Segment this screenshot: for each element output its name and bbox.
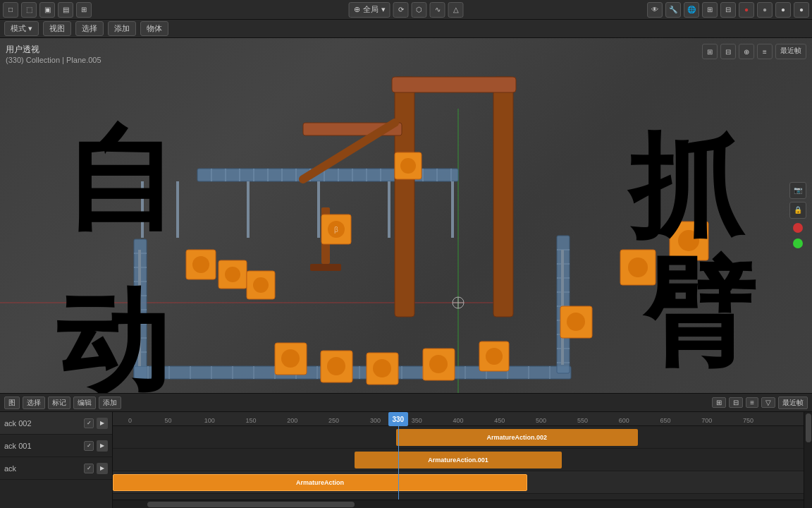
select-filter-icon[interactable]: ⊞ [712, 397, 726, 408]
svg-rect-73 [392, 77, 516, 92]
toolbar-shade2-icon[interactable]: ● [757, 2, 773, 18]
toolbar-world-icon[interactable]: 🌐 [684, 2, 699, 18]
action-block-ack002[interactable]: ArmatureAction.002 ArmatureAction.002 [396, 429, 638, 446]
ruler-mark-400: 400 [453, 417, 463, 424]
track-icon-ack002: ▶ [97, 418, 108, 429]
toolbar-triangle-icon[interactable]: △ [448, 2, 464, 18]
svg-point-82 [400, 158, 416, 174]
ruler-mark-750: 750 [743, 417, 753, 424]
timeline-graph-btn[interactable]: 图 [4, 397, 20, 409]
toolbar-xray-icon[interactable]: ⊟ [720, 2, 736, 18]
camera-btn[interactable]: 📷 [789, 182, 806, 199]
timeline-right-controls: ⊞ ⊟ ≡ ▽ 最近帧 [712, 397, 808, 409]
timeline-tracks[interactable]: ArmatureAction.002 ArmatureAction.002 Ar… [113, 426, 804, 500]
view-menu[interactable]: 视图 [43, 21, 71, 36]
timeline-edit-btn[interactable]: 编辑 [73, 397, 96, 409]
ruler-mark-300: 300 [370, 417, 381, 424]
ruler-mark-550: 550 [577, 417, 588, 424]
track-name-ack002: ack 002 [4, 419, 81, 428]
view-scope-icon: ⊕ [354, 5, 360, 14]
action-block-ack001[interactable]: ArmatureAction.001 ArmatureAction.001 [355, 452, 562, 468]
svg-point-92 [327, 357, 345, 375]
settings-icon[interactable]: ⊟ [729, 397, 743, 408]
svg-text:β: β [334, 226, 338, 234]
track-visibility-ack002[interactable]: ✓ [84, 418, 94, 428]
add-menu[interactable]: 添加 [108, 21, 136, 36]
ruler-mark-0: 0 [128, 417, 132, 424]
view-scope-label: 全局 [363, 4, 379, 15]
timeline-toolbar: 图 选择 标记 编辑 添加 ⊞ ⊟ ≡ ▽ 最近帧 [0, 394, 812, 412]
mode-toolbar: 模式 ▾ 视图 选择 添加 物体 [0, 20, 812, 38]
toolbar-icon-1[interactable]: □ [3, 2, 18, 18]
svg-rect-63 [141, 181, 144, 238]
svg-point-90 [281, 349, 300, 368]
object-menu[interactable]: 物体 [140, 21, 168, 36]
toolbar-icon-2[interactable]: ⬚ [21, 2, 37, 18]
nearest-btn[interactable]: 最近帧 [778, 397, 808, 409]
svg-rect-65 [247, 181, 250, 238]
track-row-ack002: ack 002 ✓ ▶ [0, 412, 112, 435]
track-lane-ack[interactable]: ArmatureAction [113, 471, 804, 494]
timeline-content[interactable]: 0 50 100 150 200 250 300 330 350 400 450… [113, 412, 804, 508]
view-scope-dropdown[interactable]: ⊕ 全局 ▾ [349, 2, 390, 18]
svg-point-96 [429, 355, 448, 373]
svg-rect-69 [138, 250, 141, 366]
toolbar-link-icon[interactable]: ⟳ [393, 2, 409, 18]
toolbar-wave-icon[interactable]: ∿ [430, 2, 445, 18]
track-lane-ack002[interactable]: ArmatureAction.002 ArmatureAction.002 [113, 426, 804, 449]
timeline-marker-btn[interactable]: 标记 [48, 397, 70, 409]
track-names-panel: ack 002 ✓ ▶ ack 001 ✓ ▶ ack ✓ ▶ [0, 412, 113, 508]
action-label-ack: ArmatureAction [296, 479, 344, 486]
toolbar-icon-3[interactable]: ▣ [39, 2, 55, 18]
svg-point-98 [486, 348, 503, 365]
viewport-select-icon[interactable]: ⊞ [702, 44, 718, 59]
lock-btn[interactable]: 🔒 [789, 202, 806, 219]
v-scrollbar[interactable] [804, 412, 812, 508]
toolbar-shade3-icon[interactable]: ● [775, 2, 791, 18]
dot-green [793, 238, 803, 248]
svg-rect-71 [395, 77, 414, 317]
view-scope-chevron: ▾ [381, 5, 386, 14]
ruler-mark-100: 100 [204, 417, 215, 424]
h-scrollbar-thumb[interactable] [147, 502, 355, 507]
track-row-ack001: ack 001 ✓ ▶ [0, 435, 112, 457]
toolbar-sync-icon[interactable]: ⬡ [412, 2, 427, 18]
filter-icon[interactable]: ▽ [761, 397, 775, 408]
toolbar-shade4-icon[interactable]: ● [794, 2, 809, 18]
v-scrollbar-thumb[interactable] [806, 413, 811, 442]
overlay-icon[interactable]: ≡ [746, 397, 758, 408]
timeline-ruler: 0 50 100 150 200 250 300 330 350 400 450… [113, 412, 804, 426]
ruler-mark-350: 350 [412, 417, 422, 424]
toolbar-shade1-icon[interactable]: ● [739, 2, 754, 18]
viewport-gizmo-icon[interactable]: ⊕ [739, 44, 754, 59]
current-frame-badge[interactable]: 330 [388, 412, 408, 426]
ruler-mark-700: 700 [701, 417, 712, 424]
toolbar-icon-4[interactable]: ▤ [58, 2, 73, 18]
track-row-ack: ack ✓ ▶ [0, 457, 112, 480]
toolbar-overlay-icon[interactable]: ⊞ [702, 2, 718, 18]
toolbar-icon-5[interactable]: ⊞ [76, 2, 92, 18]
mode-dropdown[interactable]: 模式 ▾ [4, 21, 39, 36]
action-block-ack[interactable]: ArmatureAction [113, 474, 527, 491]
timeline-main: ack 002 ✓ ▶ ack 001 ✓ ▶ ack ✓ ▶ 0 50 1 [0, 412, 812, 508]
toolbar-render-icon[interactable]: 🔧 [665, 2, 681, 18]
track-name-ack: ack [4, 464, 81, 473]
viewport-nearest-btn[interactable]: 最近帧 [775, 44, 806, 59]
3d-viewport[interactable]: β [0, 38, 812, 393]
timeline-add-btn[interactable]: 添加 [99, 397, 121, 409]
viewport-options-icon[interactable]: ⊟ [720, 44, 736, 59]
viewport-filter-icon[interactable]: ≡ [757, 44, 773, 59]
svg-point-100 [567, 313, 585, 331]
svg-point-84 [192, 256, 209, 273]
toolbar-center-group: ⊕ 全局 ▾ ⟳ ⬡ ∿ △ [349, 2, 464, 18]
select-menu[interactable]: 选择 [75, 21, 104, 36]
track-visibility-ack001[interactable]: ✓ [84, 441, 94, 451]
track-lane-ack001[interactable]: ArmatureAction.001 ArmatureAction.001 [113, 449, 804, 471]
timeline-select-btn[interactable]: 选择 [23, 397, 45, 409]
track-visibility-ack[interactable]: ✓ [84, 464, 94, 473]
toolbar-right-group: 👁 🔧 🌐 ⊞ ⊟ ● ● ● ● [647, 2, 809, 18]
toolbar-eye-icon[interactable]: 👁 [647, 2, 663, 18]
h-scrollbar[interactable] [113, 500, 804, 508]
viewport-top-right-buttons: ⊞ ⊟ ⊕ ≡ 最近帧 [702, 44, 806, 59]
top-toolbar: □ ⬚ ▣ ▤ ⊞ ⊕ 全局 ▾ ⟳ ⬡ ∿ △ 👁 🔧 🌐 ⊞ ⊟ ● ● ●… [0, 0, 812, 20]
